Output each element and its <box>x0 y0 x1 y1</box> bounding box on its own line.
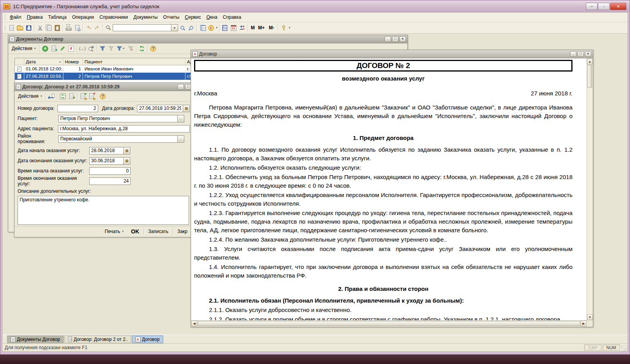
copy-icon[interactable] <box>44 23 53 32</box>
scroll-up-icon[interactable]: ▲ <box>587 59 593 65</box>
maximize-button[interactable]: ▫ <box>598 3 610 10</box>
doc-window-titlebar[interactable]: A Договор _ □ × <box>191 50 593 58</box>
date-start-calendar-button[interactable]: ▦ <box>124 147 130 154</box>
find-next-icon[interactable] <box>178 23 187 32</box>
date-field[interactable] <box>137 105 183 112</box>
info-icon[interactable]: i <box>207 23 215 32</box>
row-number-cell[interactable]: 1 <box>63 65 83 72</box>
patient-field[interactable] <box>58 115 178 122</box>
doc-minimize-icon[interactable]: _ <box>570 51 576 57</box>
edit-icon[interactable] <box>58 44 67 53</box>
menu-4[interactable]: Справочники <box>97 13 131 21</box>
refresh-icon[interactable] <box>138 44 146 53</box>
form-copy-icon[interactable]: + <box>67 92 76 100</box>
paste-icon[interactable] <box>53 23 61 32</box>
print-icon[interactable] <box>64 23 73 32</box>
row-date-cell[interactable]: 27.06.2018 10:59... <box>24 73 63 80</box>
save-icon[interactable] <box>24 23 33 32</box>
menu-grip[interactable] <box>4 14 5 20</box>
save-button[interactable]: Записать <box>146 228 171 235</box>
search-dropdown-button[interactable]: ▼ <box>171 24 178 31</box>
vertical-scroll-thumb[interactable] <box>587 65 592 88</box>
delete-icon[interactable]: ✗ <box>67 44 76 53</box>
scroll-down-icon[interactable]: ▼ <box>587 314 593 320</box>
scroll-right-icon[interactable]: ▶ <box>581 321 587 326</box>
row-status-cell[interactable] <box>15 65 24 72</box>
menu-9[interactable]: Справка <box>220 13 244 21</box>
memory-recall-button[interactable]: M <box>249 23 256 32</box>
description-field[interactable]: Приготовление утреннего кофе. <box>18 196 189 225</box>
column-width-icon[interactable]: (↔) <box>78 44 87 53</box>
find-prev-icon[interactable] <box>187 23 195 32</box>
unpost-icon[interactable]: ➤ <box>87 92 96 100</box>
list-window-titlebar[interactable]: Документы Договор _ □ × <box>8 35 407 43</box>
minimize-button[interactable]: ─ <box>586 3 598 10</box>
form-help-icon[interactable]: ? <box>99 92 107 100</box>
row-number-cell[interactable]: 2 <box>63 73 83 80</box>
district-field[interactable] <box>58 135 178 143</box>
scroll-left-icon[interactable]: ◀ <box>191 321 197 326</box>
memory-add-button[interactable]: M+ <box>256 23 266 32</box>
date-end-field[interactable] <box>89 157 124 165</box>
filter-clear-icon[interactable] <box>126 44 135 53</box>
window-tab-0[interactable]: Документы Договор <box>7 335 64 343</box>
main-titlebar[interactable]: 1С 1С:Предприятие - Патронажная служба, … <box>0 0 630 12</box>
filter-history-icon[interactable]: ▼ <box>115 44 126 53</box>
column-header-patient[interactable]: Пациент <box>83 58 185 65</box>
time-start-field[interactable] <box>89 167 131 175</box>
service-key-icon[interactable] <box>279 23 288 32</box>
resize-grip[interactable] <box>621 346 627 351</box>
doc-maximize-icon[interactable]: □ <box>578 51 584 57</box>
menu-7[interactable]: Сервис <box>182 13 203 21</box>
duplicate-icon[interactable] <box>198 23 207 32</box>
window-tab-2[interactable]: AДоговор <box>132 335 163 343</box>
row-patient-cell[interactable]: Иванов Иван Иванович <box>83 65 185 72</box>
redo-icon[interactable] <box>93 23 101 32</box>
menu-2[interactable]: Таблица <box>45 13 69 21</box>
write-close-icon[interactable] <box>47 92 56 100</box>
date-end-calendar-button[interactable]: ▦ <box>124 157 130 165</box>
patient-select-button[interactable]: .. <box>178 115 184 122</box>
district-select-button[interactable]: .. <box>178 135 184 143</box>
filter-set-icon[interactable] <box>98 44 107 53</box>
menu-1[interactable]: Правка <box>24 13 46 21</box>
list-actions-button[interactable]: Действия▼ <box>10 45 38 52</box>
horizontal-scroll-thumb[interactable] <box>198 321 580 326</box>
print-button[interactable]: Печать▼ <box>102 228 127 235</box>
menu-6[interactable]: Отчеты <box>160 13 182 21</box>
number-field[interactable] <box>58 105 98 112</box>
list-maximize-icon[interactable]: □ <box>392 36 398 42</box>
menu-3[interactable]: Операции <box>69 13 97 21</box>
form-actions-button[interactable]: Действия▼ <box>16 93 45 100</box>
undo-icon[interactable] <box>84 23 93 32</box>
add-icon[interactable]: + <box>41 44 50 53</box>
toolbar-grip[interactable] <box>4 25 5 31</box>
ok-button[interactable]: OK <box>128 227 142 236</box>
row-date-cell[interactable]: 01.06.2018 12:00:... <box>24 65 63 72</box>
calculator-icon[interactable] <box>221 23 229 32</box>
vertical-scrollbar[interactable]: ▲ ▼ <box>587 59 592 320</box>
doc-close-icon[interactable]: × <box>585 51 591 57</box>
form-window-titlebar[interactable]: Договор: Договор 2 от 27.06.2018 10:59:2… <box>14 83 193 91</box>
add-copy-icon[interactable]: + <box>50 44 58 53</box>
date-start-field[interactable] <box>89 147 124 154</box>
form-minimize-icon[interactable]: _ <box>178 84 184 90</box>
list-close-icon[interactable]: × <box>400 36 406 42</box>
row-status-cell[interactable] <box>15 73 24 80</box>
close-button[interactable]: ✕ <box>610 3 626 10</box>
close-form-button[interactable]: Закр <box>175 228 190 235</box>
row-patient-cell[interactable]: Петров Петр Петрович <box>83 73 185 80</box>
list-minimize-icon[interactable]: _ <box>385 36 391 42</box>
horizontal-scrollbar[interactable]: ◀ ▶ <box>191 320 587 326</box>
memory-subtract-button[interactable]: M- <box>266 23 277 32</box>
cut-icon[interactable] <box>36 23 44 32</box>
column-header-icon[interactable] <box>15 58 24 65</box>
menu-0[interactable]: Файл <box>7 13 24 21</box>
print-preview-icon[interactable] <box>73 23 81 32</box>
service-dropdown-icon[interactable]: ▼ <box>288 27 291 29</box>
menu-5[interactable]: Документы <box>131 13 160 21</box>
find-number-icon[interactable]: N <box>87 44 95 53</box>
date-calendar-button[interactable]: ▦ <box>183 105 190 112</box>
reread-icon[interactable] <box>59 92 67 100</box>
address-field[interactable] <box>58 125 190 133</box>
